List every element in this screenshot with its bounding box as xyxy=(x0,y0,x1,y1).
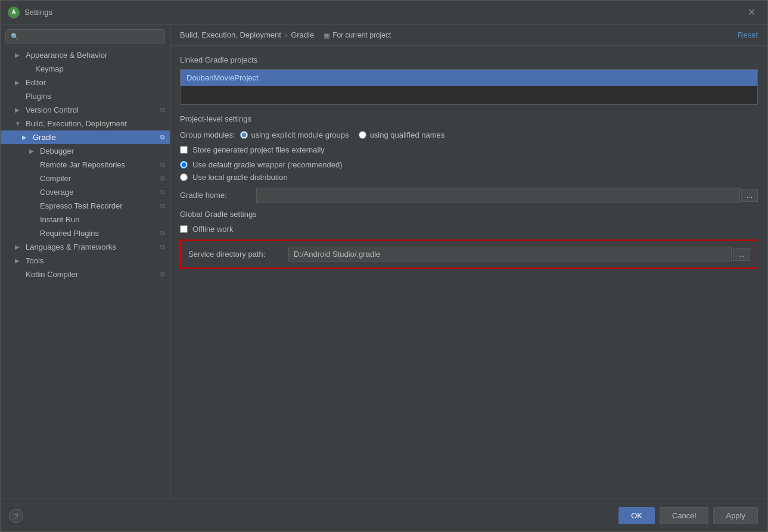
radio-group-modules: using explicit module groups using quali… xyxy=(240,130,445,139)
offline-work-row[interactable]: Offline work xyxy=(180,225,758,234)
store-generated-row[interactable]: Store generated project files externally xyxy=(180,145,758,154)
project-settings-title: Project-level settings xyxy=(180,114,758,123)
search-box[interactable]: 🔍 xyxy=(5,29,165,43)
store-generated-checkbox[interactable] xyxy=(180,146,188,154)
use-local-gradle-label: Use local gradle distribution xyxy=(192,173,288,182)
sidebar-item-label: Coverage xyxy=(40,188,73,197)
sidebar-item-languages-frameworks[interactable]: ▶ Languages & Frameworks ⧉ xyxy=(1,240,170,254)
sidebar-item-label: Version Control xyxy=(26,105,79,114)
copy-icon: ⧉ xyxy=(160,106,165,114)
sidebar-item-label: Debugger xyxy=(40,147,74,155)
expand-arrow-icon: ▶ xyxy=(15,52,22,58)
group-modules-label: Group modules: xyxy=(180,130,235,139)
use-local-gradle-radio[interactable] xyxy=(180,173,188,181)
settings-body: Linked Gradle projects DoubanMovieProjec… xyxy=(170,46,767,499)
breadcrumb-parent: Build, Execution, Deployment xyxy=(180,30,281,39)
sidebar-item-label: Espresso Test Recorder xyxy=(40,201,123,210)
sidebar-item-build-execution-deployment[interactable]: ▼ Build, Execution, Deployment xyxy=(1,117,170,130)
group-modules-row: Group modules: using explicit module gro… xyxy=(180,130,758,139)
reset-button[interactable]: Reset xyxy=(738,30,758,39)
cancel-button[interactable]: Cancel xyxy=(660,507,708,524)
sidebar-item-label: Editor xyxy=(26,78,46,87)
use-default-gradle-radio[interactable] xyxy=(180,161,188,169)
sidebar-item-required-plugins[interactable]: Required Plugins ⧉ xyxy=(1,226,170,240)
sidebar-item-compiler[interactable]: Compiler ⧉ xyxy=(1,172,170,185)
breadcrumb-separator: › xyxy=(285,30,287,39)
project-indicator: ▣ For current project xyxy=(324,31,391,39)
breadcrumb: Build, Execution, Deployment › Gradle ▣ … xyxy=(170,24,767,46)
copy-icon: ⧉ xyxy=(160,202,165,210)
expand-arrow-icon: ▼ xyxy=(15,120,22,127)
sidebar-item-plugins[interactable]: Plugins xyxy=(1,89,170,103)
radio-explicit-input[interactable] xyxy=(240,131,248,139)
search-icon: 🔍 xyxy=(11,33,19,41)
service-directory-browse-button[interactable]: ... xyxy=(733,248,750,261)
expand-arrow-icon: ▶ xyxy=(15,79,22,86)
app-icon-letter: A xyxy=(11,9,15,15)
use-default-gradle-label: Use default gradle wrapper (recommended) xyxy=(192,160,342,169)
sidebar: 🔍 ▶ Appearance & Behavior Keymap ▶ Edito… xyxy=(1,24,170,499)
sidebar-item-label: Keymap xyxy=(35,64,64,73)
sidebar-item-debugger[interactable]: ▶ Debugger xyxy=(1,144,170,158)
use-default-gradle-row[interactable]: Use default gradle wrapper (recommended) xyxy=(180,160,758,169)
service-directory-label: Service directory path: xyxy=(188,250,284,259)
app-icon: A xyxy=(8,7,20,18)
service-directory-row: Service directory path: ... xyxy=(188,247,750,262)
global-gradle-settings-title: Global Gradle settings xyxy=(180,210,758,219)
sidebar-item-espresso-test-recorder[interactable]: Espresso Test Recorder ⧉ xyxy=(1,199,170,213)
sidebar-item-tools[interactable]: ▶ Tools xyxy=(1,254,170,267)
sidebar-item-label: Compiler xyxy=(40,174,71,183)
service-directory-input[interactable] xyxy=(288,247,732,262)
ok-button[interactable]: OK xyxy=(618,507,655,524)
project-label: For current project xyxy=(332,31,391,39)
settings-window: A Settings ✕ 🔍 ▶ Appearance & Behavior K… xyxy=(0,0,768,532)
offline-work-label: Offline work xyxy=(192,225,233,234)
sidebar-item-kotlin-compiler[interactable]: Kotlin Compiler ⧉ xyxy=(1,267,170,281)
radio-qualified-input[interactable] xyxy=(359,131,366,139)
sidebar-item-label: Gradle xyxy=(33,133,56,142)
sidebar-item-instant-run[interactable]: Instant Run xyxy=(1,213,170,226)
expand-arrow-icon: ▶ xyxy=(15,107,22,113)
radio-explicit-option[interactable]: using explicit module groups xyxy=(240,130,349,139)
sidebar-item-label: Kotlin Compiler xyxy=(26,270,78,279)
main-panel: Build, Execution, Deployment › Gradle ▣ … xyxy=(170,24,767,499)
expand-arrow-icon: ▶ xyxy=(15,257,22,264)
use-local-gradle-row[interactable]: Use local gradle distribution xyxy=(180,173,758,182)
sidebar-item-coverage[interactable]: Coverage ⧉ xyxy=(1,185,170,199)
offline-work-checkbox[interactable] xyxy=(180,225,188,233)
breadcrumb-current: Gradle xyxy=(291,30,314,39)
copy-icon: ⧉ xyxy=(160,270,165,278)
copy-icon: ⧉ xyxy=(160,243,165,251)
radio-qualified-option[interactable]: using qualified names xyxy=(359,130,445,139)
service-directory-section: Service directory path: ... xyxy=(180,239,758,269)
radio-explicit-label: using explicit module groups xyxy=(251,130,349,139)
store-generated-label: Store generated project files externally xyxy=(192,145,325,154)
search-input[interactable] xyxy=(21,32,160,41)
sidebar-item-keymap[interactable]: Keymap xyxy=(1,62,170,76)
linked-project-item[interactable]: DoubanMovieProject xyxy=(181,70,757,86)
copy-icon: ⧉ xyxy=(160,229,165,237)
sidebar-item-appearance-behavior[interactable]: ▶ Appearance & Behavior xyxy=(1,48,170,62)
apply-button[interactable]: Apply xyxy=(713,507,758,524)
copy-icon: ⧉ xyxy=(160,188,165,196)
gradle-home-input[interactable] xyxy=(256,188,740,203)
sidebar-item-version-control[interactable]: ▶ Version Control ⧉ xyxy=(1,103,170,117)
sidebar-item-label: Plugins xyxy=(26,92,51,101)
close-button[interactable]: ✕ xyxy=(743,4,760,20)
bottom-bar: OK Cancel Apply ? xyxy=(1,499,767,531)
help-button[interactable]: ? xyxy=(9,509,23,523)
copy-icon: ⧉ xyxy=(160,175,165,182)
gradle-home-label: Gradle home: xyxy=(180,191,251,200)
sidebar-item-gradle[interactable]: ▶ Gradle ⧉ xyxy=(1,130,170,144)
sidebar-item-label: Appearance & Behavior xyxy=(26,51,107,60)
expand-arrow-icon: ▶ xyxy=(22,134,29,141)
expand-arrow-icon: ▶ xyxy=(29,148,36,154)
sidebar-item-editor[interactable]: ▶ Editor xyxy=(1,76,170,89)
expand-arrow-icon: ▶ xyxy=(15,244,22,250)
window-title: Settings xyxy=(24,8,743,17)
gradle-home-browse-button[interactable]: ... xyxy=(741,189,758,202)
sidebar-item-label: Build, Execution, Deployment xyxy=(26,119,127,128)
titlebar: A Settings ✕ xyxy=(1,1,767,24)
linked-projects-title: Linked Gradle projects xyxy=(180,55,758,64)
sidebar-item-remote-jar-repositories[interactable]: Remote Jar Repositories ⧉ xyxy=(1,158,170,172)
